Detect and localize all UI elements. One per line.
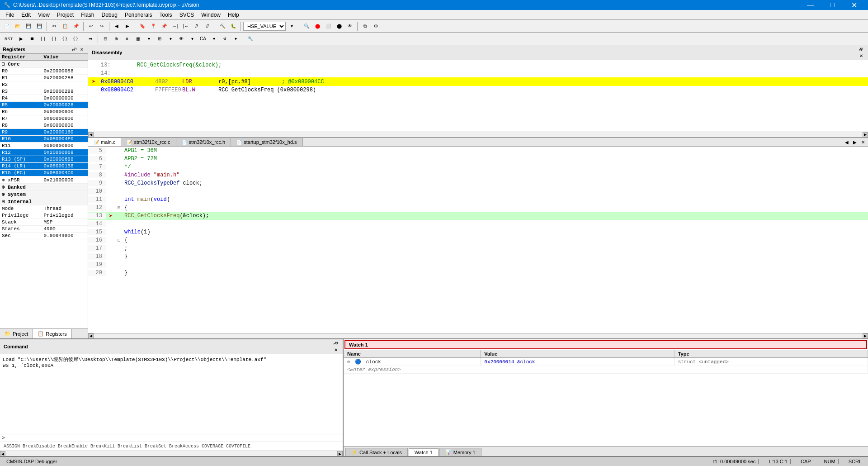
- minimize-button[interactable]: —: [800, 0, 821, 10]
- uncomment-button[interactable]: //: [203, 21, 212, 31]
- dis-scroll-left[interactable]: ◀: [88, 132, 94, 138]
- redo-button[interactable]: ↪: [97, 21, 107, 31]
- outdent-button[interactable]: |←: [181, 21, 191, 31]
- bookmark2-button[interactable]: 📍: [148, 21, 158, 31]
- windows-button[interactable]: ⧉: [360, 21, 370, 31]
- watch2-expand-button[interactable]: ▾: [187, 34, 197, 44]
- menu-flash[interactable]: Flash: [77, 11, 98, 19]
- watch-expand-clock[interactable]: ⊕: [347, 359, 350, 365]
- code-scroll-left[interactable]: ◀: [844, 139, 850, 145]
- disassembly-float-button[interactable]: 🗗: [858, 46, 864, 52]
- code-close-btn[interactable]: ✕: [860, 139, 866, 145]
- tab-watch-1[interactable]: Watch 1: [409, 448, 439, 456]
- menu-svcs[interactable]: SVCS: [176, 11, 198, 19]
- disassembly-close-button[interactable]: ✕: [858, 52, 864, 59]
- menu-window[interactable]: Window: [198, 11, 224, 19]
- panel-float-button[interactable]: 🗗: [71, 46, 78, 52]
- tab-call-stack-locals[interactable]: ⚡ Call Stack + Locals: [345, 448, 408, 456]
- watch2-button[interactable]: 👁: [176, 34, 186, 44]
- stop2-button[interactable]: ⏹: [27, 34, 37, 44]
- menu-view[interactable]: View: [34, 11, 53, 19]
- stop-button[interactable]: ⬜: [323, 21, 333, 31]
- code-scroll-right[interactable]: ▶: [852, 139, 858, 145]
- cut-button[interactable]: ✂: [49, 21, 59, 31]
- bookmark-button[interactable]: 🔖: [137, 21, 147, 31]
- menu-tools[interactable]: Tools: [156, 11, 176, 19]
- code-content[interactable]: 5 APB1 = 36M 6 APB2 = 72M: [88, 147, 868, 333]
- dis-scroll-right[interactable]: ▶: [863, 132, 868, 138]
- copy-button[interactable]: 📋: [60, 21, 70, 31]
- settings-button[interactable]: ⚙: [371, 21, 381, 31]
- ca-button[interactable]: CA: [198, 34, 208, 44]
- runto-button[interactable]: { }: [71, 34, 80, 44]
- dis-scroll-track[interactable]: [94, 133, 863, 137]
- undo-button[interactable]: ↩: [86, 21, 96, 31]
- save-all-button[interactable]: 💾: [34, 21, 44, 31]
- nav-back-button[interactable]: ◀: [112, 21, 122, 31]
- nav-fwd-button[interactable]: ▶: [123, 21, 132, 31]
- menu-edit[interactable]: Edit: [18, 11, 34, 19]
- sym-button[interactable]: ⊕: [111, 34, 121, 44]
- search-button[interactable]: 🔍: [302, 21, 311, 31]
- maximize-button[interactable]: □: [822, 0, 843, 10]
- left-tab-project[interactable]: 📁 Project: [0, 329, 33, 338]
- code-tab-main-c[interactable]: 📝 main.c: [88, 138, 121, 146]
- code-hscroll[interactable]: ◀ ▶: [88, 333, 868, 338]
- debug-icon-button[interactable]: 🐛: [228, 21, 238, 31]
- build-button[interactable]: 🔨: [217, 21, 227, 31]
- step2-button[interactable]: { }: [38, 34, 48, 44]
- dis-button[interactable]: ⊟: [100, 34, 110, 44]
- command-float-button[interactable]: 🗗: [333, 340, 339, 347]
- trace-expand-button[interactable]: ▾: [231, 34, 241, 44]
- new-button[interactable]: 📄: [2, 21, 12, 31]
- paste-button[interactable]: 📌: [71, 21, 81, 31]
- mem-expand-button[interactable]: ▾: [144, 34, 154, 44]
- tab-memory-1[interactable]: 📊 Memory 1: [439, 448, 481, 456]
- tools2-button[interactable]: 🔧: [245, 34, 255, 44]
- stepover-button[interactable]: { }: [49, 34, 59, 44]
- view-button[interactable]: 👁: [345, 21, 355, 31]
- code-tab-rcc-c[interactable]: 📝 stm32f10x_rcc.c: [121, 138, 176, 146]
- logic-button[interactable]: ≡: [122, 34, 132, 44]
- command-scrollbar-bottom[interactable]: ◀ ▶: [0, 451, 343, 456]
- trace-button[interactable]: ↯: [220, 34, 230, 44]
- watch-enter-expression[interactable]: <Enter expression>: [347, 367, 401, 372]
- cmd-scroll-track[interactable]: [5, 451, 337, 456]
- run2-button[interactable]: ▶: [16, 34, 26, 44]
- save-button[interactable]: 💾: [24, 21, 33, 31]
- run-button[interactable]: ⬤: [312, 21, 322, 31]
- rst-button[interactable]: RST: [2, 34, 15, 44]
- bookmark3-button[interactable]: 📌: [159, 21, 169, 31]
- menu-debug[interactable]: Debug: [98, 11, 121, 19]
- code-scroll-left-btn[interactable]: ◀: [88, 333, 94, 339]
- step-button[interactable]: ⬤: [334, 21, 344, 31]
- dis-hscroll[interactable]: ◀ ▶: [88, 132, 868, 137]
- menu-file[interactable]: File: [2, 11, 18, 19]
- indent-button[interactable]: →|: [170, 21, 180, 31]
- stepout-button[interactable]: { }: [60, 34, 70, 44]
- menu-help[interactable]: Help: [224, 11, 243, 19]
- comment-button[interactable]: //: [192, 21, 202, 31]
- hse-expand-button[interactable]: ▾: [287, 21, 297, 31]
- cmd-scroll-left[interactable]: ◀: [0, 451, 5, 456]
- per-expand-button[interactable]: ▾: [165, 34, 175, 44]
- left-tab-registers[interactable]: 📋 Registers: [33, 329, 71, 338]
- code-scroll-track[interactable]: [94, 334, 863, 338]
- code-tab-startup[interactable]: 📄 startup_stm32f10x_hd.s: [231, 138, 302, 146]
- menu-peripherals[interactable]: Peripherals: [121, 11, 156, 19]
- command-input[interactable]: [7, 435, 341, 441]
- per-button[interactable]: ⊞: [155, 34, 165, 44]
- cmd-scroll-right[interactable]: ▶: [337, 451, 343, 456]
- open-button[interactable]: 📂: [13, 21, 23, 31]
- menu-project[interactable]: Project: [53, 11, 77, 19]
- hse-combo[interactable]: HSE_VALUEHSE_VALUE: [243, 22, 286, 31]
- disassembly-content[interactable]: 13: RCC_GetClocksFreq(&clock); 14: ➤ 0x0…: [88, 60, 868, 132]
- ca-expand-button[interactable]: ▾: [209, 34, 219, 44]
- command-close-button[interactable]: ✕: [333, 347, 339, 353]
- show-next-button[interactable]: ➡: [85, 34, 95, 44]
- panel-close-button[interactable]: ✕: [79, 46, 85, 52]
- mem-button[interactable]: ▦: [133, 34, 143, 44]
- code-tab-rcc-h[interactable]: 📄 stm32f10x_rcc.h: [176, 138, 231, 146]
- close-button[interactable]: ✕: [844, 0, 864, 10]
- code-scroll-right-btn[interactable]: ▶: [863, 333, 868, 339]
